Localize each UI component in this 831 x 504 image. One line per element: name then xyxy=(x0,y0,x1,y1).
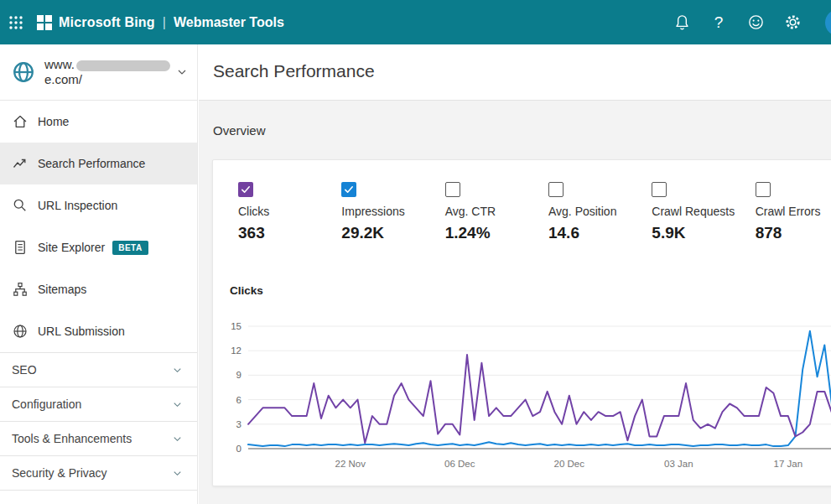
sitemaps-icon xyxy=(12,281,29,298)
metric-crawl-errors: Crawl Errors 878 xyxy=(756,182,831,242)
app-launcher-waffle-icon[interactable] xyxy=(0,0,32,44)
svg-text:9: 9 xyxy=(236,370,242,380)
check-icon xyxy=(240,184,252,195)
metrics-row: Clicks 363 Impressions 29.2K Avg. CTR 1.… xyxy=(213,160,831,242)
home-icon xyxy=(12,113,29,130)
feedback-smiley-icon[interactable] xyxy=(737,0,774,44)
metric-label: Avg. Position xyxy=(548,205,652,218)
svg-text:3: 3 xyxy=(236,419,242,429)
sidebar-section-security-privacy[interactable]: Security & Privacy xyxy=(0,456,197,491)
help-icon[interactable]: ? xyxy=(700,0,737,44)
svg-text:12: 12 xyxy=(231,346,242,356)
sidebar-section-configuration[interactable]: Configuration xyxy=(0,387,197,422)
svg-text:17 Jan: 17 Jan xyxy=(774,459,803,469)
svg-text:22 Nov: 22 Nov xyxy=(335,459,366,469)
crawl-requests-checkbox[interactable] xyxy=(652,182,667,197)
clicks-checkbox[interactable] xyxy=(238,182,253,197)
overview-section-label: Overview xyxy=(199,101,831,138)
metric-value: 878 xyxy=(756,224,831,242)
svg-text:03 Jan: 03 Jan xyxy=(664,459,693,469)
metric-label: Crawl Requests xyxy=(652,205,755,218)
chart-title: Clicks xyxy=(230,284,263,297)
main-content: Search Performance Overview Clicks 363 I… xyxy=(199,44,831,504)
sidebar: www. e.com/ Home Search Performance URL … xyxy=(0,44,198,504)
metric-value: 1.24% xyxy=(445,224,548,242)
metric-label: Clicks xyxy=(238,205,341,218)
metric-label: Avg. CTR xyxy=(445,205,548,218)
impressions-checkbox[interactable] xyxy=(341,182,356,197)
chevron-down-icon xyxy=(171,467,184,480)
beta-badge: BETA xyxy=(112,241,148,255)
chevron-down-icon xyxy=(171,398,184,411)
sidebar-item-site-explorer[interactable]: Site Explorer BETA xyxy=(0,226,197,268)
brand-separator: | xyxy=(163,15,166,30)
metric-label: Impressions xyxy=(341,205,444,218)
metric-avg-position: Avg. Position 14.6 xyxy=(548,182,652,242)
avg-position-checkbox[interactable] xyxy=(548,182,564,197)
site-globe-icon xyxy=(11,60,36,85)
metric-impressions: Impressions 29.2K xyxy=(341,182,444,242)
top-bar: Microsoft Bing | Webmaster Tools ? xyxy=(0,0,831,44)
trend-arrow-icon xyxy=(12,155,29,172)
overview-card: Clicks 363 Impressions 29.2K Avg. CTR 1.… xyxy=(212,159,831,486)
svg-text:0: 0 xyxy=(236,444,242,454)
svg-text:6: 6 xyxy=(236,395,242,405)
metric-label: Crawl Errors xyxy=(756,205,831,218)
crawl-errors-checkbox[interactable] xyxy=(756,182,771,197)
site-selector-dropdown[interactable]: www. e.com/ xyxy=(0,44,197,101)
sidebar-item-search-performance[interactable]: Search Performance xyxy=(0,143,197,184)
avg-ctr-checkbox[interactable] xyxy=(445,182,460,197)
chevron-down-icon xyxy=(171,364,184,377)
product-name[interactable]: Webmaster Tools xyxy=(174,15,284,30)
notifications-bell-icon[interactable] xyxy=(663,0,700,44)
metric-value: 29.2K xyxy=(341,224,444,242)
content-header: Search Performance xyxy=(199,44,831,101)
check-icon xyxy=(343,184,355,195)
sidebar-item-url-inspection[interactable]: URL Inspection xyxy=(0,184,197,226)
sidebar-section-tools-enhancements[interactable]: Tools & Enhancements xyxy=(0,422,197,456)
search-icon xyxy=(12,197,29,214)
page-title: Search Performance xyxy=(199,44,831,81)
svg-text:06 Dec: 06 Dec xyxy=(444,459,475,469)
metric-value: 363 xyxy=(238,224,341,242)
chevron-down-icon xyxy=(175,65,189,79)
metric-clicks: Clicks 363 xyxy=(238,182,341,242)
site-explorer-icon xyxy=(12,239,29,256)
redacted-site-name xyxy=(76,60,170,71)
sidebar-item-url-submission[interactable]: URL Submission xyxy=(0,310,197,352)
clicks-chart-svg: 0369121522 Nov06 Dec20 Dec03 Jan17 Jan xyxy=(213,301,831,475)
metric-value: 5.9K xyxy=(652,224,755,242)
microsoft-logo-icon xyxy=(37,15,52,30)
user-avatar[interactable] xyxy=(825,9,831,36)
chevron-down-icon xyxy=(171,433,184,445)
svg-text:20 Dec: 20 Dec xyxy=(554,459,585,469)
brand-name: Microsoft Bing xyxy=(59,15,155,30)
site-url: www. e.com/ xyxy=(44,57,175,87)
metric-value: 14.6 xyxy=(548,224,652,242)
sidebar-section-seo[interactable]: SEO xyxy=(0,353,197,387)
svg-text:15: 15 xyxy=(231,321,242,331)
settings-gear-icon[interactable] xyxy=(774,0,811,44)
sidebar-item-sitemaps[interactable]: Sitemaps xyxy=(0,268,197,310)
metric-crawl-requests: Crawl Requests 5.9K xyxy=(652,182,755,242)
url-submission-globe-icon xyxy=(12,323,29,340)
metric-avg-ctr: Avg. CTR 1.24% xyxy=(445,182,548,242)
sidebar-item-home[interactable]: Home xyxy=(0,101,197,143)
